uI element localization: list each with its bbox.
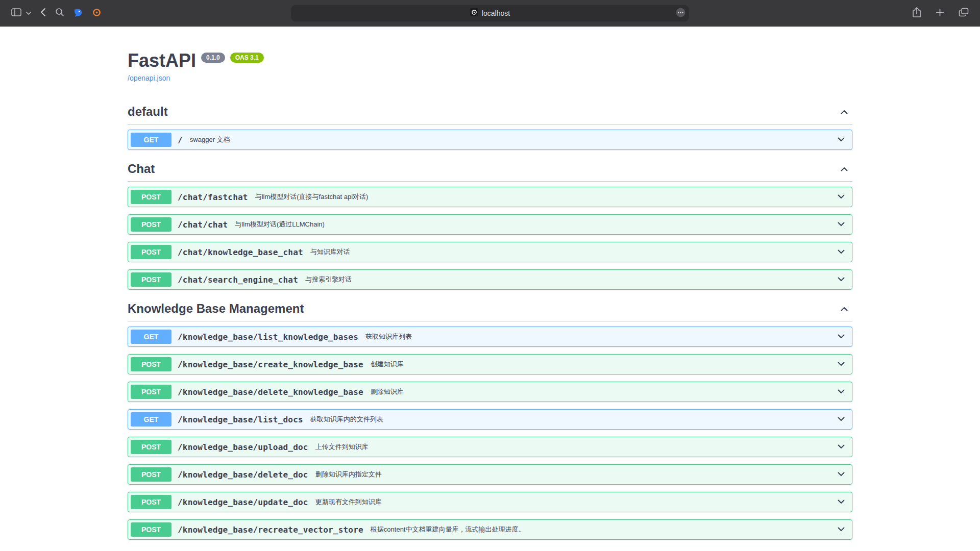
operation-row[interactable]: POST /knowledge_base/update_doc 更新现有文件到知… <box>128 492 852 512</box>
operation-row[interactable]: POST /knowledge_base/upload_doc 上传文件到知识库 <box>128 437 852 457</box>
operation-description: 创建知识库 <box>371 360 833 369</box>
operation-description: swagger 文档 <box>190 135 833 144</box>
operation-description: 删除知识库内指定文件 <box>315 470 833 479</box>
address-bar[interactable]: localhost <box>291 5 689 21</box>
address-text: localhost <box>482 9 510 17</box>
method-badge: GET <box>131 330 172 344</box>
chevron-up-icon <box>839 106 849 117</box>
operation-row[interactable]: POST /chat/search_engine_chat 与搜索引擎对话 <box>128 269 852 290</box>
operation-row[interactable]: POST /knowledge_base/create_knowledge_ba… <box>128 354 852 374</box>
extension-blue-button[interactable] <box>72 7 84 20</box>
operation-path: /knowledge_base/recreate_vector_store <box>178 525 363 535</box>
operation-description: 上传文件到知识库 <box>315 442 833 452</box>
operation-list: GET /knowledge_base/list_knowledge_bases… <box>128 327 852 540</box>
site-favicon-icon <box>470 8 478 18</box>
expand-operation-button[interactable] <box>833 441 849 453</box>
operation-row[interactable]: POST /chat/knowledge_base_chat 与知识库对话 <box>128 242 852 262</box>
expand-operation-button[interactable] <box>833 134 849 146</box>
section-header: default <box>128 100 852 124</box>
operation-row[interactable]: GET /knowledge_base/list_knowledge_bases… <box>128 327 852 347</box>
operation-path: /knowledge_base/create_knowledge_base <box>178 360 363 369</box>
chevron-down-icon <box>836 414 846 425</box>
operation-row[interactable]: GET / swagger 文档 <box>128 130 852 150</box>
oas-badge: OAS 3.1 <box>230 53 264 63</box>
sidebar-toggle-button[interactable] <box>10 7 22 19</box>
section-title[interactable]: default <box>128 104 836 119</box>
expand-operation-button[interactable] <box>833 274 849 286</box>
method-badge: POST <box>131 217 172 232</box>
share-icon <box>912 7 921 19</box>
expand-operation-button[interactable] <box>833 496 849 508</box>
operation-row[interactable]: POST /chat/chat 与llm模型对话(通过LLMChain) <box>128 214 852 235</box>
operation-row[interactable]: GET /knowledge_base/list_docs 获取知识库内的文件列… <box>128 409 852 430</box>
operation-row[interactable]: POST /knowledge_base/recreate_vector_sto… <box>128 519 852 540</box>
operation-description: 与搜索引擎对话 <box>305 275 833 284</box>
api-section: default GET / swagger 文档 <box>128 100 852 150</box>
expand-operation-button[interactable] <box>833 414 849 425</box>
operation-row[interactable]: POST /knowledge_base/delete_knowledge_ba… <box>128 382 852 402</box>
api-sections: default GET / swagger 文档 Chat <box>128 100 852 540</box>
expand-operation-button[interactable] <box>833 386 849 398</box>
operation-list: GET / swagger 文档 <box>128 130 852 150</box>
section-collapse-button[interactable] <box>836 163 852 174</box>
chevron-down-icon <box>836 246 846 258</box>
page-title: FastAPI 0.1.0 OAS 3.1 <box>128 49 852 71</box>
section-collapse-button[interactable] <box>836 303 852 314</box>
operation-path: /knowledge_base/delete_knowledge_base <box>178 387 363 397</box>
chevron-down-icon <box>836 134 846 146</box>
api-section: Knowledge Base Management GET /knowledge… <box>128 297 852 540</box>
browser-toolbar: localhost <box>0 0 980 27</box>
page-more-button[interactable] <box>676 8 685 19</box>
method-badge: POST <box>131 385 172 399</box>
operation-row[interactable]: POST /chat/fastchat 与llm模型对话(直接与fastchat… <box>128 187 852 207</box>
search-button[interactable] <box>54 7 65 19</box>
expand-operation-button[interactable] <box>833 191 849 203</box>
chevron-down-icon <box>836 219 846 231</box>
sidebar-toggle-icon <box>11 8 21 18</box>
section-title[interactable]: Knowledge Base Management <box>128 301 836 316</box>
back-icon <box>40 8 46 18</box>
chevron-down-icon <box>836 469 846 481</box>
chevron-down-icon <box>836 331 846 343</box>
openapi-spec-link[interactable]: /openapi.json <box>128 74 170 82</box>
chevron-down-icon <box>836 441 846 453</box>
operation-description: 与llm模型对话(通过LLMChain) <box>235 220 833 229</box>
back-button[interactable] <box>39 7 47 19</box>
method-badge: POST <box>131 467 172 482</box>
method-badge: POST <box>131 245 172 259</box>
expand-operation-button[interactable] <box>833 359 849 370</box>
operation-path: /knowledge_base/list_docs <box>178 415 303 424</box>
expand-operation-button[interactable] <box>833 469 849 481</box>
operation-path: /chat/chat <box>178 220 228 230</box>
operation-path: /knowledge_base/delete_doc <box>178 470 308 480</box>
operation-path: /knowledge_base/upload_doc <box>178 442 308 452</box>
expand-operation-button[interactable] <box>833 246 849 258</box>
extension-orange-button[interactable] <box>91 7 102 19</box>
tab-overview-icon <box>959 8 969 18</box>
expand-operation-button[interactable] <box>833 524 849 536</box>
section-title[interactable]: Chat <box>128 161 836 176</box>
sidebar-menu-button[interactable] <box>25 8 32 18</box>
new-tab-button[interactable] <box>935 7 945 19</box>
operation-row[interactable]: POST /knowledge_base/delete_doc 删除知识库内指定… <box>128 464 852 485</box>
section-collapse-button[interactable] <box>836 106 852 117</box>
chevron-down-icon <box>836 191 846 203</box>
method-badge: POST <box>131 272 172 287</box>
swagger-page: FastAPI 0.1.0 OAS 3.1 /openapi.json defa… <box>117 27 863 540</box>
operation-path: /chat/search_engine_chat <box>178 275 298 285</box>
section-header: Chat <box>128 157 852 182</box>
expand-operation-button[interactable] <box>833 219 849 231</box>
expand-operation-button[interactable] <box>833 331 849 343</box>
tab-overview-button[interactable] <box>958 7 970 19</box>
operation-description: 与知识库对话 <box>310 247 833 257</box>
toolbar-chevron-icon <box>26 9 31 17</box>
operation-list: POST /chat/fastchat 与llm模型对话(直接与fastchat… <box>128 187 852 290</box>
api-title-text: FastAPI <box>128 49 196 71</box>
share-button[interactable] <box>911 6 922 20</box>
chevron-down-icon <box>836 274 846 286</box>
operation-path: / <box>178 135 183 145</box>
method-badge: GET <box>131 133 172 147</box>
chevron-down-icon <box>836 496 846 508</box>
method-badge: POST <box>131 522 172 537</box>
section-header: Knowledge Base Management <box>128 297 852 321</box>
